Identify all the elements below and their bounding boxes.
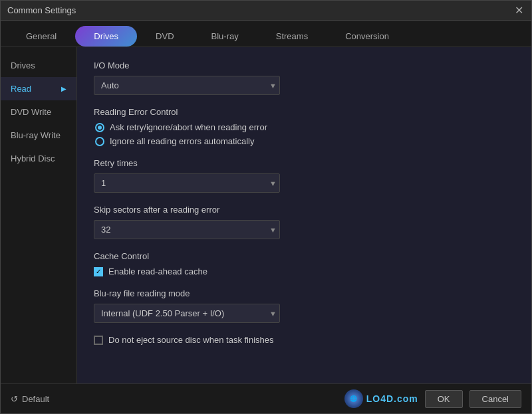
sidebar-item-hybrid-disc[interactable]: Hybrid Disc (1, 147, 76, 170)
reset-icon: ↺ (11, 394, 18, 404)
radio-ask[interactable]: Ask retry/ignore/abort when reading erro… (95, 122, 515, 132)
bluray-reading-label: Blu-ray file reading mode (94, 288, 515, 298)
eject-section: Do not eject source disc when task finis… (94, 335, 515, 345)
ok-button[interactable]: OK (425, 390, 463, 408)
footer: ↺ Default 🌐 LO4D.com OK Cancel (1, 383, 531, 413)
retry-times-select[interactable]: 1 2 3 5 10 (94, 173, 280, 193)
watermark: 🌐 LO4D.com (344, 389, 418, 408)
sidebar-label-read: Read (11, 84, 31, 94)
radio-ignore-label: Ignore all reading errors automatically (110, 136, 255, 146)
footer-actions: 🌐 LO4D.com OK Cancel (344, 389, 521, 408)
sidebar-label-bluray-write: Blu-ray Write (11, 130, 61, 140)
radio-ignore-circle (95, 137, 104, 146)
window-title: Common Settings (7, 5, 76, 15)
title-bar: Common Settings ✕ (1, 1, 531, 21)
tab-general[interactable]: General (7, 26, 75, 47)
io-mode-label: I/O Mode (94, 60, 515, 70)
skip-sectors-dropdown-wrapper: 0 1 4 8 16 32 64 ▼ (94, 220, 515, 239)
tab-drives[interactable]: Drives (75, 26, 137, 47)
bluray-reading-select[interactable]: Internal (UDF 2.50 Parser + I/O) Windows… (94, 304, 280, 323)
tab-streams[interactable]: Streams (257, 26, 327, 47)
watermark-text: LO4D.com (366, 393, 418, 404)
tab-bar: General Drives DVD Blu-ray Streams Conve… (1, 21, 531, 47)
cache-control-section: Cache Control ✓ Enable read-ahead cache (94, 251, 515, 276)
io-mode-section: I/O Mode Auto SPTI ASPI ▼ (94, 60, 515, 95)
skip-sectors-select[interactable]: 0 1 4 8 16 32 64 (94, 220, 280, 239)
retry-times-section: Retry times 1 2 3 5 10 ▼ (94, 158, 515, 193)
tab-bluray[interactable]: Blu-ray (193, 26, 257, 47)
content-area: I/O Mode Auto SPTI ASPI ▼ Reading Error … (77, 47, 531, 383)
main-window: Common Settings ✕ General Drives DVD Blu… (0, 0, 532, 414)
skip-sectors-section: Skip sectors after a reading error 0 1 4… (94, 205, 515, 239)
eject-checkbox (94, 336, 103, 345)
cache-checkbox-item[interactable]: ✓ Enable read-ahead cache (94, 266, 515, 276)
radio-ignore[interactable]: Ignore all reading errors automatically (95, 136, 515, 146)
close-button[interactable]: ✕ (513, 5, 525, 16)
skip-sectors-label: Skip sectors after a reading error (94, 205, 515, 215)
sidebar-item-read[interactable]: Read ▶ (1, 77, 76, 100)
tab-dvd[interactable]: DVD (137, 26, 192, 47)
main-content: Drives Read ▶ DVD Write Blu-ray Write Hy… (1, 47, 531, 383)
cache-checkbox: ✓ (94, 267, 103, 276)
sidebar-item-dvd-write[interactable]: DVD Write (1, 100, 76, 124)
sidebar: Drives Read ▶ DVD Write Blu-ray Write Hy… (1, 47, 77, 383)
default-label: Default (22, 394, 49, 404)
bluray-reading-dropdown-wrapper: Internal (UDF 2.50 Parser + I/O) Windows… (94, 304, 515, 323)
cache-control-title: Cache Control (94, 251, 515, 261)
retry-times-dropdown-wrapper: 1 2 3 5 10 ▼ (94, 173, 515, 193)
io-mode-dropdown-wrapper: Auto SPTI ASPI ▼ (94, 76, 515, 95)
io-mode-select[interactable]: Auto SPTI ASPI (94, 76, 280, 95)
reading-error-title: Reading Error Control (94, 107, 515, 117)
eject-checkbox-label: Do not eject source disc when task finis… (108, 335, 274, 345)
cache-checkbox-label: Enable read-ahead cache (108, 266, 207, 276)
reading-error-section: Reading Error Control Ask retry/ignore/a… (94, 107, 515, 146)
sidebar-label-hybrid-disc: Hybrid Disc (11, 154, 55, 163)
sidebar-label-drives: Drives (11, 60, 35, 70)
retry-times-label: Retry times (94, 158, 515, 168)
bluray-reading-section: Blu-ray file reading mode Internal (UDF … (94, 288, 515, 323)
radio-ask-label: Ask retry/ignore/abort when reading erro… (110, 122, 267, 132)
reading-error-radio-group: Ask retry/ignore/abort when reading erro… (95, 122, 515, 146)
sidebar-item-drives[interactable]: Drives (1, 54, 76, 77)
sidebar-label-dvd-write: DVD Write (11, 107, 51, 117)
arrow-icon: ▶ (61, 85, 66, 92)
cancel-button[interactable]: Cancel (469, 390, 521, 408)
radio-ask-circle (95, 123, 104, 132)
default-button[interactable]: ↺ Default (11, 394, 49, 404)
tab-conversion[interactable]: Conversion (327, 26, 408, 47)
watermark-icon: 🌐 (344, 389, 363, 408)
sidebar-item-bluray-write[interactable]: Blu-ray Write (1, 124, 76, 147)
eject-checkbox-item[interactable]: Do not eject source disc when task finis… (94, 335, 515, 345)
